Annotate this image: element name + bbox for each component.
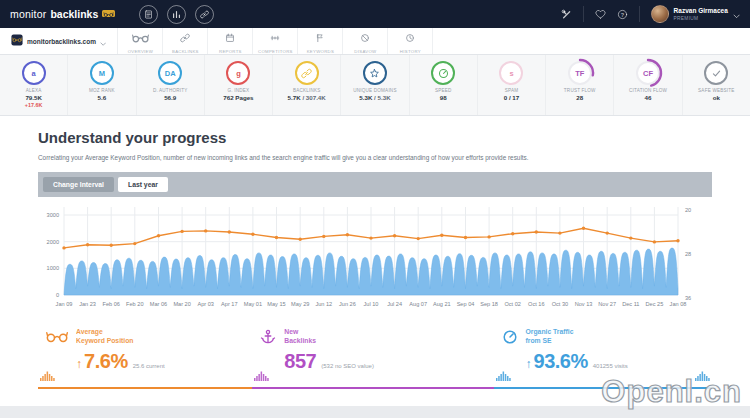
quick-action-link-button[interactable]	[195, 5, 214, 24]
page-description: Correlating your Average Keyword Positio…	[38, 154, 712, 161]
domain-selector[interactable]: monitorbacklinks.com	[0, 28, 118, 54]
stats-row: Average Keyword Position ↑ 7.6% 25.6 cur…	[38, 318, 712, 389]
metric-label: SPAM	[505, 88, 518, 93]
tab-label: BACKLINKS	[172, 49, 199, 54]
svg-text:Nov 13: Nov 13	[575, 301, 593, 307]
logo-text-suffix: backlinks	[50, 8, 98, 20]
divider	[583, 6, 584, 22]
svg-text:Nov 27: Nov 27	[598, 301, 616, 307]
metric-value: 56.9	[164, 94, 176, 101]
tab-competitors[interactable]: COMPETITORS	[253, 28, 298, 54]
metric-g-index[interactable]: g G. INDEX 762 Pages	[205, 55, 273, 115]
history-icon	[405, 29, 415, 47]
tab-label: KEYWORDS	[307, 49, 334, 54]
main-content: Understand your progress Correlating you…	[0, 116, 750, 406]
tab-reports[interactable]: REPORTS	[208, 28, 253, 54]
metric-label: TRUST FLOW	[564, 88, 596, 93]
doc-icon	[145, 5, 152, 23]
svg-text:1000: 1000	[47, 265, 59, 271]
svg-text:Jun 12: Jun 12	[315, 301, 332, 307]
svg-text:Jan 09: Jan 09	[56, 301, 73, 307]
user-menu[interactable]: Razvan Girmacea PREMIUM	[651, 5, 740, 23]
stat-label: New Backlinks	[284, 328, 374, 346]
metric-speed[interactable]: SPEED 98	[410, 55, 478, 115]
svg-text:Oct 30: Oct 30	[552, 301, 568, 307]
metric-alexa[interactable]: a ALEXA 79.5K +17.6K	[0, 55, 68, 115]
tab-bar: OVERVIEW BACKLINKS REPORTS COMPETITORS K…	[118, 28, 433, 54]
histogram-icon	[254, 367, 269, 385]
heart-icon[interactable]	[595, 9, 606, 20]
svg-text:0: 0	[56, 292, 59, 298]
metric-value: ok	[713, 94, 720, 101]
svg-text:Jan 08: Jan 08	[670, 301, 687, 307]
app-logo[interactable]: monitorbacklinks	[10, 8, 115, 20]
stat-label: Organic Traffic from SE	[526, 328, 628, 346]
metric-moz-rank[interactable]: M MOZ RANK 5.6	[68, 55, 136, 115]
histogram-icon	[496, 367, 511, 385]
histogram-icon	[695, 367, 710, 385]
alexa-icon: a	[22, 61, 46, 85]
question-icon[interactable]: ?	[617, 9, 628, 20]
metric-value: 5.3K / 5.3K	[359, 94, 390, 101]
histogram-icon	[40, 367, 55, 385]
moz-rank-icon: M	[90, 61, 114, 85]
tf-ring-icon: TF	[568, 61, 592, 85]
svg-text:May 15: May 15	[267, 301, 285, 307]
tab-history[interactable]: HISTORY	[388, 28, 433, 54]
metric-safe-website[interactable]: SAFE WEBSITE ok	[683, 55, 750, 115]
interval-value-button[interactable]: Last year	[118, 177, 168, 192]
up-arrow-icon: ↑	[76, 357, 82, 371]
stat-organic-traffic-from-se[interactable]: Organic Traffic from SE ↑ 93.6% 401255 v…	[494, 318, 712, 389]
stat-average-keyword-position[interactable]: Average Keyword Position ↑ 7.6% 25.6 cur…	[38, 318, 252, 389]
stat-value: 93.6%	[534, 350, 588, 373]
metric-d-authority[interactable]: DA D. AUTHORITY 56.9	[137, 55, 205, 115]
stat-new-backlinks[interactable]: New Backlinks 857 (532 no SEO value)	[252, 318, 493, 389]
metric-citation-flow[interactable]: CF CITATION FLOW 46	[614, 55, 682, 115]
link-icon	[180, 29, 190, 47]
metric-label: D. AUTHORITY	[153, 88, 188, 93]
quick-action-bars-button[interactable]	[167, 5, 186, 24]
competitors-icon	[270, 29, 280, 47]
svg-text:Apr 17: Apr 17	[221, 301, 237, 307]
metric-delta: +17.6K	[25, 102, 43, 108]
metric-value: 46	[645, 94, 652, 101]
tab-keywords[interactable]: KEYWORDS	[298, 28, 343, 54]
svg-text:Oct 02: Oct 02	[504, 301, 520, 307]
star-icon	[363, 61, 387, 85]
svg-text:Oct 16: Oct 16	[528, 301, 544, 307]
glasses-icon	[132, 29, 149, 47]
svg-text:Feb 06: Feb 06	[102, 301, 119, 307]
svg-text:Dec 11: Dec 11	[622, 301, 639, 307]
change-interval-button[interactable]: Change Interval	[43, 177, 114, 192]
tab-overview[interactable]: OVERVIEW	[118, 28, 163, 54]
metric-value: 28	[576, 94, 583, 101]
tools-icon[interactable]	[561, 9, 572, 20]
tab-disavow[interactable]: DISAVOW	[343, 28, 388, 54]
metric-backlinks[interactable]: BACKLINKS 5.7K / 307.4K	[273, 55, 341, 115]
metric-value: 0 / 17	[504, 94, 519, 101]
divider	[639, 6, 640, 22]
link-icon	[200, 5, 209, 23]
metric-unique-domains[interactable]: UNIQUE DOMAINS 5.3K / 5.3K	[341, 55, 409, 115]
tab-backlinks[interactable]: BACKLINKS	[163, 28, 208, 54]
tab-label: REPORTS	[219, 49, 242, 54]
metric-trust-flow[interactable]: TF TRUST FLOW 28	[546, 55, 614, 115]
link-icon	[295, 61, 319, 85]
metric-spam[interactable]: s SPAM 0 / 17	[478, 55, 546, 115]
stat-value: 7.6%	[84, 350, 128, 373]
stat-note: 401255 visits	[593, 363, 628, 369]
quick-action-doc-button[interactable]	[139, 5, 158, 24]
svg-text:?: ?	[620, 11, 624, 17]
svg-text:Apr 03: Apr 03	[197, 301, 213, 307]
domain-tabs-bar: monitorbacklinks.com OVERVIEW BACKLINKS …	[0, 28, 750, 55]
check-icon	[704, 61, 728, 85]
avatar	[651, 5, 669, 23]
spam-icon: s	[499, 61, 523, 85]
metric-label: MOZ RANK	[89, 88, 115, 93]
progress-chart[interactable]: 0100020003000Jan 09Jan 23Feb 06Feb 20Mar…	[38, 197, 712, 315]
svg-text:28: 28	[685, 251, 691, 257]
stat-note: 25.6 current	[133, 363, 165, 369]
top-nav-bar: monitorbacklinks ? Razvan Girmacea PREMI…	[0, 0, 750, 28]
svg-text:Jul 10: Jul 10	[364, 301, 379, 307]
svg-text:3000: 3000	[47, 212, 59, 218]
